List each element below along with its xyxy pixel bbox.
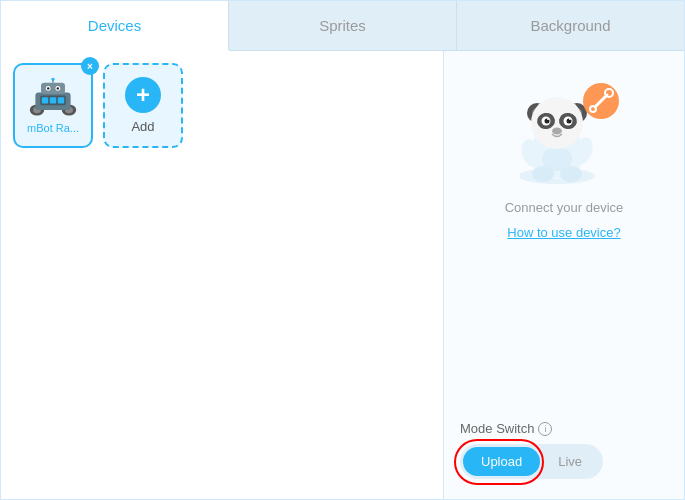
how-to-link[interactable]: How to use device? (507, 225, 620, 240)
connect-text: Connect your device (505, 200, 624, 215)
svg-point-32 (569, 118, 571, 120)
tab-sprites[interactable]: Sprites (229, 1, 457, 50)
svg-rect-7 (50, 97, 56, 103)
app-container: Devices Sprites Background × (0, 0, 685, 500)
device-item-mbot[interactable]: × (13, 63, 93, 148)
mode-switch-section: Mode Switch i Upload Live (460, 421, 668, 479)
svg-point-12 (47, 87, 49, 89)
info-icon: i (538, 422, 552, 436)
device-close-button[interactable]: × (81, 57, 99, 75)
svg-point-15 (51, 78, 54, 81)
tab-devices[interactable]: Devices (1, 1, 229, 51)
tab-background[interactable]: Background (457, 1, 684, 50)
add-label: Add (131, 119, 154, 134)
tab-devices-label: Devices (88, 17, 141, 34)
svg-point-36 (532, 166, 554, 182)
svg-rect-8 (58, 97, 64, 103)
main-content: × (1, 51, 684, 499)
mode-buttons-wrapper: Upload Live (460, 444, 603, 479)
panda-svg (499, 71, 629, 186)
upload-button[interactable]: Upload (463, 447, 540, 476)
device-label: mBot Ra... (27, 122, 79, 134)
tab-sprites-label: Sprites (319, 17, 366, 34)
right-panel: Connect your device How to use device? M… (444, 51, 684, 499)
svg-point-31 (547, 118, 549, 120)
svg-rect-9 (41, 82, 65, 93)
panda-illustration (499, 71, 629, 186)
mode-buttons: Upload Live (460, 444, 603, 479)
svg-point-33 (552, 128, 562, 135)
tab-bar: Devices Sprites Background (1, 1, 684, 51)
svg-rect-6 (42, 97, 48, 103)
mode-switch-label: Mode Switch i (460, 421, 552, 436)
robot-icon (29, 78, 77, 118)
live-button[interactable]: Live (540, 447, 600, 476)
svg-point-13 (57, 87, 59, 89)
add-device-button[interactable]: + Add (103, 63, 183, 148)
svg-point-37 (560, 166, 582, 182)
tab-background-label: Background (530, 17, 610, 34)
add-icon: + (125, 77, 161, 113)
left-panel: × (1, 51, 444, 499)
